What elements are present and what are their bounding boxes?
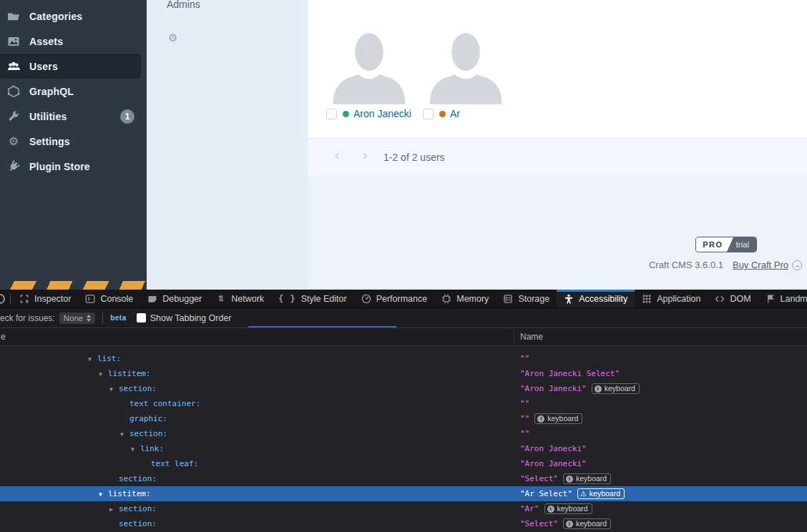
sidebar-item-utilities[interactable]: Utilities1 — [0, 104, 147, 129]
keyboard-badge-label: keyboard — [557, 501, 588, 516]
tree-row-section[interactable]: ▼section:"Aron Janecki"ikeyboard — [0, 381, 807, 396]
prev-page-button[interactable]: ‹ — [334, 147, 340, 164]
next-page-button[interactable]: › — [362, 147, 368, 164]
accessibility-tree: ▼section:▼list:""▼listitem:"Aron Janecki… — [0, 346, 807, 532]
tree-row-role: listitem: — [108, 369, 151, 378]
status-dot — [439, 111, 446, 117]
gear-icon[interactable]: ⚙ — [168, 31, 177, 44]
info-icon: i — [595, 385, 602, 393]
sidebar-item-categories[interactable]: Categories — [0, 4, 147, 29]
devtools-tab-memory[interactable]: Memory — [434, 290, 496, 307]
info-icon: i — [537, 415, 544, 423]
devtools-tabbar: InspectorConsoleDebuggerNetwork{ }Style … — [0, 290, 807, 308]
devtools-tab-label: DOM — [730, 294, 750, 304]
keyboard-info-badge: ikeyboard — [592, 383, 640, 394]
twisty-expanded-icon[interactable]: ▼ — [120, 427, 129, 442]
tree-row-name: "Aron Janecki"ikeyboard — [520, 381, 640, 396]
sidebar-item-settings[interactable]: ⚙Settings — [0, 129, 147, 154]
devtools-panel: InspectorConsoleDebuggerNetwork{ }Style … — [0, 290, 807, 532]
inspector-icon — [19, 294, 29, 304]
tree-row-role: text container: — [129, 399, 200, 408]
sidebar-item-label: Assets — [29, 36, 63, 47]
devtools-tab-inspector[interactable]: Inspector — [12, 290, 78, 307]
pagination-footer: ‹ › 1-2 of 2 users — [308, 138, 807, 177]
tree-row-section[interactable]: ▼section:"" — [0, 426, 807, 441]
tree-row-section[interactable]: section:"Select"ikeyboard — [0, 516, 807, 531]
buy-craft-pro-link[interactable]: Buy Craft Pro → — [733, 260, 802, 270]
user-name-link[interactable]: Aron Janecki — [353, 108, 411, 119]
user-avatar[interactable] — [423, 29, 509, 104]
tree-row-name: ""ikeyboard — [520, 411, 582, 426]
user-avatar[interactable] — [326, 29, 412, 104]
devtools-tab-accessibility[interactable]: Accessibility — [557, 290, 635, 307]
devtools-tab-application[interactable]: Application — [635, 290, 708, 307]
element-picker-icon[interactable] — [0, 290, 9, 307]
devtools-tab-landmarks[interactable]: Landmarks — [758, 290, 807, 307]
show-tabbing-order-checkbox[interactable] — [137, 313, 146, 322]
tree-row-name: "" — [520, 396, 529, 411]
twisty-expanded-icon[interactable]: ▼ — [99, 367, 108, 382]
folder-icon — [6, 10, 21, 23]
user-checkbox[interactable] — [326, 109, 337, 119]
sidebar-item-plugin-store[interactable]: Plugin Store — [0, 154, 147, 179]
style-editor-icon: { } — [278, 294, 296, 304]
issues-filter-dropdown[interactable]: None — [59, 312, 96, 324]
role-column-header: e — [1, 332, 6, 342]
tree-row-listitem[interactable]: ▼listitem:"Aron Janecki Select" — [0, 366, 807, 381]
landmarks-icon — [766, 294, 776, 304]
tree-row-section[interactable]: ▼section: — [0, 346, 807, 351]
tree-row-textleaf[interactable]: text leaf:"Aron Janecki" — [0, 456, 807, 471]
devtools-tab-console[interactable]: Console — [78, 290, 140, 307]
twisty-expanded-icon[interactable]: ▼ — [109, 382, 119, 397]
warning-icon: ⚠ — [580, 491, 587, 498]
network-icon — [216, 294, 226, 304]
dev-mode-stripes — [0, 281, 147, 290]
devtools-tab-style-editor[interactable]: { }Style Editor — [271, 290, 354, 307]
twisty-collapsed-icon[interactable]: ▶ — [109, 502, 119, 517]
keyboard-info-badge: ikeyboard — [534, 413, 582, 424]
keyboard-badge-label: keyboard — [590, 486, 620, 501]
user-checkbox[interactable] — [423, 109, 434, 119]
craft-footer: Craft CMS 3.6.0.1 Buy Craft Pro → — [649, 260, 802, 270]
devtools-tab-label: Debugger — [162, 294, 202, 304]
subsidebar-heading: Admins — [167, 0, 200, 10]
sidebar-item-graphql[interactable]: GraphQL — [0, 79, 147, 104]
tree-row-role: section: — [119, 474, 157, 483]
pro-label: PRO — [696, 237, 727, 252]
twisty-expanded-icon[interactable]: ▼ — [131, 442, 140, 457]
tree-row-graphic[interactable]: graphic:""ikeyboard — [0, 411, 807, 426]
devtools-tab-label: Application — [657, 294, 700, 304]
devtools-tab-network[interactable]: Network — [209, 290, 271, 307]
tree-row-role: section: — [97, 346, 135, 348]
plug-icon — [6, 160, 21, 173]
user-name-link[interactable]: Ar — [450, 108, 460, 119]
tree-row-name: "Aron Janecki Select" — [520, 366, 620, 381]
toolbar-separator — [102, 312, 103, 324]
tree-row-section[interactable]: ▶section:"Ar"ikeyboard — [0, 501, 807, 516]
tree-row-link[interactable]: ▼link:"Aron Janecki" — [0, 441, 807, 456]
keyboard-info-badge: ikeyboard — [544, 503, 592, 514]
devtools-tab-debugger[interactable]: Debugger — [140, 290, 209, 307]
tree-row-textcontainer[interactable]: text container:"" — [0, 396, 807, 411]
devtools-tab-storage[interactable]: Storage — [496, 290, 557, 307]
tree-row-section[interactable]: section:"Select"ikeyboard — [0, 471, 807, 486]
tree-row-list[interactable]: ▼list:"" — [0, 351, 807, 366]
devtools-tab-dom[interactable]: DOM — [708, 290, 758, 307]
tree-row-name: "" — [520, 351, 529, 366]
tree-row-role: section: — [129, 429, 167, 438]
craft-cms-page: CategoriesAssetsUsersGraphQLUtilities1⚙S… — [0, 0, 807, 290]
beta-badge: beta — [110, 314, 127, 322]
sub-sidebar: Admins ⚙ — [147, 0, 308, 290]
tree-row-listitem[interactable]: ▼listitem:"Ar Select"⚠keyboard — [0, 486, 807, 501]
tree-row-role: text leaf: — [151, 459, 198, 468]
tree-row-name: "Select"ikeyboard — [520, 516, 611, 531]
sidebar-item-assets[interactable]: Assets — [0, 29, 147, 54]
devtools-tab-performance[interactable]: Performance — [354, 290, 435, 307]
user-select-row: Ar — [423, 108, 460, 119]
sidebar-item-users[interactable]: Users — [0, 54, 141, 79]
tree-row-name: "" — [520, 426, 529, 441]
dropdown-arrows-icon — [87, 315, 91, 322]
tree-row-role: section: — [119, 504, 157, 513]
twisty-expanded-icon[interactable]: ▼ — [88, 352, 97, 367]
twisty-expanded-icon[interactable]: ▼ — [99, 487, 108, 502]
